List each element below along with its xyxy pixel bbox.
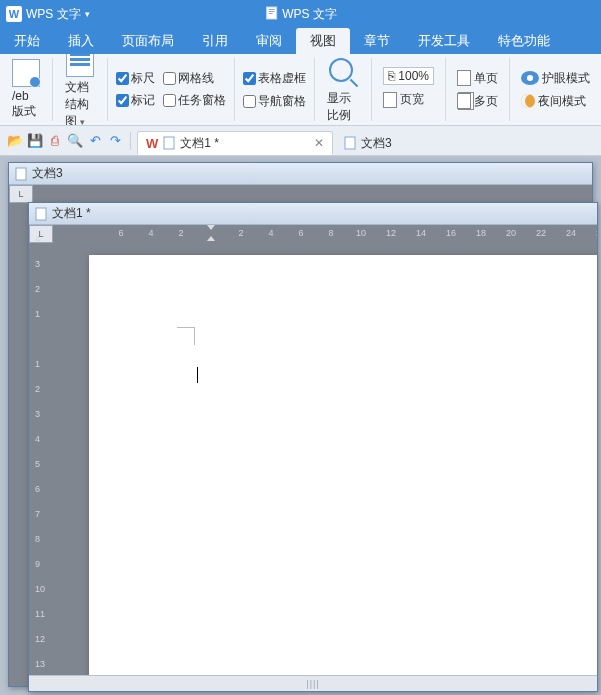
single-page-button[interactable]: 单页: [454, 69, 501, 88]
ruler-tick: 2: [178, 228, 183, 238]
menu-tab-章节[interactable]: 章节: [350, 28, 404, 54]
ruler-tick: 24: [566, 228, 576, 238]
multi-page-icon: [457, 93, 471, 109]
ruler-tick: 6: [35, 484, 40, 494]
menu-tab-开始[interactable]: 开始: [0, 28, 54, 54]
zoom-value-button[interactable]: ⎘100%: [380, 66, 437, 86]
ruler-tick: 2: [238, 228, 243, 238]
app-logo-icon: W: [6, 6, 22, 22]
doc-tab-3-label: 文档3: [361, 135, 392, 152]
undo-icon[interactable]: ↶: [86, 132, 104, 150]
save-icon[interactable]: 💾: [26, 132, 44, 150]
print-icon[interactable]: ⎙: [46, 132, 64, 150]
svg-rect-7: [36, 208, 46, 220]
table-dashed-checkbox[interactable]: 表格虚框: [243, 70, 306, 87]
title-bar: W WPS 文字 ▾ WPS 文字: [0, 0, 601, 28]
menu-tab-页面布局[interactable]: 页面布局: [108, 28, 188, 54]
ruler-tick: 14: [416, 228, 426, 238]
doc-tab-1-label: 文档1 *: [180, 135, 219, 152]
child-window-doc1[interactable]: 文档1 * L 642246810121416182022242628 4321…: [28, 202, 598, 692]
app-title: WPS 文字: [26, 6, 81, 23]
magnifier-icon: [327, 56, 359, 88]
child-window-titlebar[interactable]: 文档1 *: [29, 203, 597, 225]
taskpane-checkbox[interactable]: 任务窗格: [163, 90, 226, 112]
doc-structure-icon: [66, 54, 94, 77]
web-layout-icon: [12, 59, 40, 87]
navpane-checkbox[interactable]: 导航窗格: [243, 93, 306, 110]
menu-tab-特色功能[interactable]: 特色功能: [484, 28, 564, 54]
document-page[interactable]: [89, 255, 597, 675]
scrollbar-grip-icon: ||||: [306, 679, 319, 689]
menu-tab-引用[interactable]: 引用: [188, 28, 242, 54]
redo-icon[interactable]: ↷: [106, 132, 124, 150]
single-page-icon: [457, 70, 471, 86]
child-window-titlebar[interactable]: 文档3: [9, 163, 592, 185]
child-window-title: 文档1 *: [52, 205, 91, 222]
doc-structure-button[interactable]: 文档结构图 ▾: [61, 54, 99, 126]
horizontal-scrollbar[interactable]: ||||: [29, 675, 597, 691]
page-width-label: 页宽: [400, 91, 424, 108]
multi-page-button[interactable]: 多页: [454, 92, 501, 111]
ruler-tick: 5: [35, 459, 40, 469]
ruler-tick: 4: [268, 228, 273, 238]
svg-rect-2: [268, 11, 274, 12]
menu-tab-审阅[interactable]: 审阅: [242, 28, 296, 54]
ruler-corner[interactable]: L: [29, 225, 53, 243]
menu-tab-开发工具[interactable]: 开发工具: [404, 28, 484, 54]
taskpane-label: 任务窗格: [178, 92, 226, 109]
gridlines-checkbox[interactable]: 网格线: [163, 68, 226, 90]
mark-label: 标记: [131, 92, 155, 109]
menu-tab-视图[interactable]: 视图: [296, 28, 350, 54]
doc-icon: [264, 6, 278, 23]
gridlines-label: 网格线: [178, 70, 214, 87]
doc-icon: [35, 207, 47, 221]
ruler-tick: 26: [596, 228, 597, 238]
ruler-tick: 9: [35, 559, 40, 569]
margin-indicator-icon[interactable]: [207, 225, 215, 243]
ribbon-tabs: 开始插入页面布局引用审阅视图章节开发工具特色功能: [0, 28, 601, 54]
zoom-label: 显示比例: [327, 90, 359, 124]
ruler-tick: 2: [35, 284, 40, 294]
app-menu-dropdown[interactable]: ▾: [85, 9, 90, 19]
ruler-tick: 4: [35, 434, 40, 444]
mark-checkbox[interactable]: 标记: [116, 90, 155, 112]
ruler-tick: 1: [35, 359, 40, 369]
menu-tab-插入[interactable]: 插入: [54, 28, 108, 54]
doc-small-icon: [344, 136, 356, 150]
zoom-value: 100%: [398, 69, 429, 83]
ruler-tick: 18: [476, 228, 486, 238]
open-icon[interactable]: 📂: [6, 132, 24, 150]
ruler-tick: 12: [386, 228, 396, 238]
margin-corner-icon: [177, 327, 195, 345]
doc-tab-3[interactable]: 文档3: [335, 131, 401, 155]
ruler-tick: 6: [298, 228, 303, 238]
window-title: WPS 文字: [282, 6, 337, 23]
ruler-tick: 7: [35, 509, 40, 519]
doc-icon: [15, 167, 27, 181]
svg-rect-3: [268, 13, 272, 14]
ruler-tick: 4: [35, 234, 40, 244]
vertical-ruler[interactable]: 4321123456789101112131415: [29, 243, 53, 675]
horizontal-ruler[interactable]: 642246810121416182022242628: [53, 225, 597, 243]
page-width-button[interactable]: 页宽: [380, 90, 437, 109]
zoom-button[interactable]: 显示比例: [323, 54, 363, 126]
single-page-label: 单页: [474, 70, 498, 87]
close-icon[interactable]: ✕: [314, 136, 324, 150]
ruler-tick: 6: [118, 228, 123, 238]
night-mode-button[interactable]: 夜间模式: [518, 92, 593, 111]
web-layout-button[interactable]: /eb版式: [8, 57, 44, 122]
wps-tab-icon: W: [146, 136, 158, 151]
ruler-tick: 1: [35, 309, 40, 319]
ruler-corner[interactable]: L: [9, 185, 33, 203]
doc-tab-1[interactable]: W 文档1 * ✕: [137, 131, 333, 155]
child-window-title: 文档3: [32, 165, 63, 182]
ruler-tick: 12: [35, 634, 45, 644]
page-area[interactable]: [53, 243, 597, 675]
ruler-checkbox[interactable]: 标尺: [116, 68, 155, 90]
ruler-tick: 11: [35, 609, 45, 619]
chevron-down-icon: ▾: [80, 117, 85, 126]
eye-protect-button[interactable]: 护眼模式: [518, 69, 593, 88]
workspace: 文档3 L 文档1 * L 64224681012141618202224262…: [0, 156, 601, 695]
svg-rect-5: [345, 137, 355, 149]
print-preview-icon[interactable]: 🔍: [66, 132, 84, 150]
